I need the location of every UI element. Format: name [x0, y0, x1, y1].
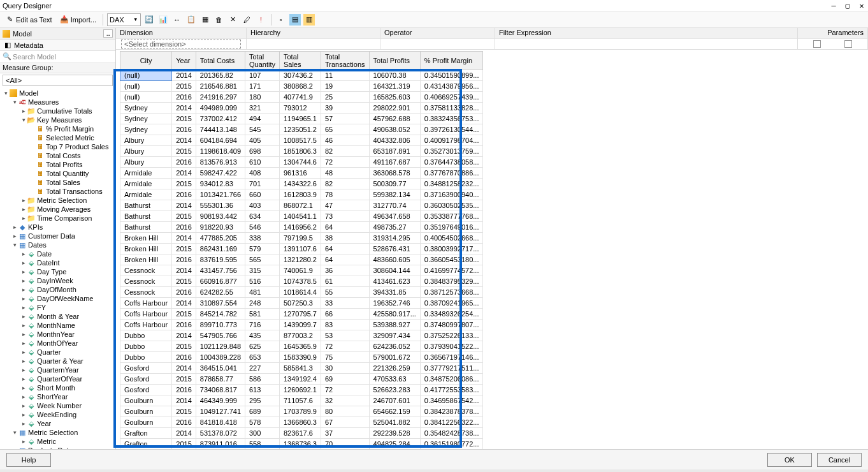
grid-cell[interactable]: 711057.6 — [279, 395, 321, 406]
grid-cell[interactable]: 565 — [245, 254, 280, 265]
grid-cell[interactable]: 494989.099 — [196, 103, 245, 114]
maximize-icon[interactable]: ▢ — [844, 2, 851, 10]
table-row[interactable]: Goulburn2014464349.999295711057.63224670… — [120, 395, 483, 406]
grid-cell[interactable]: 2015 — [172, 439, 196, 450]
grid-cell[interactable]: 2015 — [172, 244, 196, 254]
grid-cell[interactable]: 1368736.3 — [279, 439, 321, 450]
tree-date-8[interactable]: ▸⬙MonthName — [0, 321, 115, 330]
grid-cell[interactable]: 2014 — [172, 70, 196, 81]
grid-cell[interactable]: Sydney — [120, 124, 172, 135]
grid-cell[interactable]: 55 — [321, 287, 369, 298]
grid-cell[interactable]: 1349192.4 — [279, 374, 321, 385]
tree-products-data[interactable]: ▾▦Products Data — [0, 446, 115, 449]
grid-cell[interactable]: Dubbo — [120, 330, 172, 341]
table-row[interactable]: Broken Hill2016837619.5955651321280.2644… — [120, 254, 483, 265]
tree-km-0[interactable]: 🖩% Profit Margin — [0, 124, 115, 133]
toolbar-icon-2[interactable]: 📊 — [157, 14, 169, 26]
grid-cell[interactable]: 38 — [321, 233, 369, 244]
grid-cell[interactable]: 0.36567197146... — [420, 352, 483, 363]
grid-cell[interactable]: 394331.85 — [369, 287, 420, 298]
grid-cell[interactable]: 2014 — [172, 265, 196, 276]
result-grid[interactable]: CityYearTotal CostsTotal QuantityTotal S… — [120, 51, 483, 449]
grid-cell[interactable]: Albury — [120, 135, 172, 146]
tree-key-measures[interactable]: ▾📂Key Measures — [0, 115, 115, 124]
grid-cell[interactable]: 2014 — [172, 395, 196, 406]
grid-cell[interactable]: 624236.052 — [369, 341, 420, 352]
grid-cell[interactable]: 2016 — [172, 157, 196, 168]
grid-cell[interactable]: 0.33489326254... — [420, 309, 483, 320]
tree-moving-averages[interactable]: ▸📁Moving Averages — [0, 205, 115, 214]
help-button[interactable]: Help — [6, 453, 51, 467]
grid-cell[interactable]: 69 — [321, 374, 369, 385]
table-row[interactable]: (null)2016241916.297180407741.925165825.… — [120, 92, 483, 103]
grid-cell[interactable]: 39 — [321, 103, 369, 114]
model-tree[interactable]: ▾Model▾aꞮMeasures▸📁Cumulative Totals▾📂Ke… — [0, 87, 115, 449]
grid-cell[interactable]: 30 — [321, 363, 369, 374]
grid-cell[interactable]: 841818.418 — [196, 417, 245, 428]
grid-cell[interactable]: 33 — [321, 298, 369, 309]
grid-cell[interactable]: 431457.756 — [196, 265, 245, 276]
grid-cell[interactable]: 82 — [321, 146, 369, 157]
table-row[interactable]: Albury2016813576.9136101304744.672491167… — [120, 157, 483, 168]
grid-cell[interactable]: 585841.3 — [279, 363, 321, 374]
tree-customer-data[interactable]: ▸▦Customer Data — [0, 232, 115, 240]
tree-date-19[interactable]: ▸⬙Year — [0, 419, 115, 428]
grid-cell[interactable]: 0.37163900940... — [420, 189, 483, 200]
grid-cell[interactable]: 496347.658 — [369, 211, 420, 222]
grid-cell[interactable]: 581 — [245, 309, 280, 320]
grid-cell[interactable]: 70 — [321, 439, 369, 450]
minimize-icon[interactable]: — — [830, 2, 837, 10]
grid-cell[interactable]: 555301.36 — [196, 200, 245, 211]
grid-header-3[interactable]: Total Quantity — [245, 52, 280, 70]
grid-cell[interactable]: 241916.297 — [196, 92, 245, 103]
grid-cell[interactable]: Bathurst — [120, 222, 172, 233]
grid-cell[interactable]: 0.38324356753... — [420, 114, 483, 124]
grid-cell[interactable]: 528676.431 — [369, 244, 420, 254]
tree-cumulative-totals[interactable]: ▸📁Cumulative Totals — [0, 107, 115, 115]
grid-cell[interactable]: 1074378.5 — [279, 276, 321, 287]
grid-cell[interactable]: 221326.259 — [369, 363, 420, 374]
grid-cell[interactable]: 2015 — [172, 309, 196, 320]
table-row[interactable]: Sydney2014494989.09932179301239298022.90… — [120, 103, 483, 114]
grid-cell[interactable]: 1439099.7 — [279, 320, 321, 330]
grid-cell[interactable]: 75 — [321, 352, 369, 363]
grid-cell[interactable]: 46 — [321, 135, 369, 146]
grid-cell[interactable]: 0.34875206086... — [420, 374, 483, 385]
grid-cell[interactable]: 364515.041 — [196, 363, 245, 374]
grid-cell[interactable]: 2016 — [172, 124, 196, 135]
grid-cell[interactable]: 308604.144 — [369, 265, 420, 276]
grid-cell[interactable]: 246707.601 — [369, 395, 420, 406]
grid-cell[interactable]: 494825.284 — [369, 439, 420, 450]
grid-cell[interactable]: 180 — [245, 92, 280, 103]
grid-cell[interactable]: 701 — [245, 179, 280, 189]
grid-cell[interactable]: 403 — [245, 200, 280, 211]
table-row[interactable]: Cessnock2014431457.756315740061.93630860… — [120, 265, 483, 276]
tree-metric-selection-folder[interactable]: ▸📁Metric Selection — [0, 196, 115, 205]
grid-cell[interactable]: 0.34695867542... — [420, 395, 483, 406]
grid-cell[interactable]: 73 — [321, 211, 369, 222]
grid-cell[interactable]: 2015 — [172, 211, 196, 222]
grid-cell[interactable]: 498735.27 — [369, 222, 420, 233]
toolbar-delete-icon[interactable]: ✕ — [228, 14, 239, 26]
grid-cell[interactable]: 0.35273013759... — [420, 146, 483, 157]
grid-cell[interactable]: 525041.882 — [369, 417, 420, 428]
tree-model[interactable]: ▾Model — [0, 89, 115, 98]
grid-cell[interactable]: 165825.603 — [369, 92, 420, 103]
grid-cell[interactable]: 380868.2 — [279, 81, 321, 92]
grid-cell[interactable]: 1198618.409 — [196, 146, 245, 157]
grid-cell[interactable]: 2015 — [172, 114, 196, 124]
table-row[interactable]: Bathurst2016918220.935461416956.26449873… — [120, 222, 483, 233]
grid-cell[interactable]: Albury — [120, 157, 172, 168]
grid-cell[interactable]: 0.38709241965... — [420, 298, 483, 309]
table-row[interactable]: Bathurst2014555301.36403868072.147312770… — [120, 200, 483, 211]
grid-cell[interactable]: 873911.016 — [196, 439, 245, 450]
table-row[interactable]: Sydney2016744413.1485451235051.265490638… — [120, 124, 483, 135]
grid-cell[interactable]: 0.38483795329... — [420, 276, 483, 287]
tree-date-10[interactable]: ▸⬙MonthOfYear — [0, 339, 115, 348]
grid-cell[interactable]: 877003.2 — [279, 330, 321, 341]
grid-cell[interactable]: 1008517.5 — [279, 135, 321, 146]
table-row[interactable]: (null)2015216546.881171380868.219164321.… — [120, 81, 483, 92]
grid-cell[interactable]: 899710.773 — [196, 320, 245, 330]
grid-cell[interactable]: 610 — [245, 157, 280, 168]
grid-cell[interactable]: 660 — [245, 189, 280, 200]
